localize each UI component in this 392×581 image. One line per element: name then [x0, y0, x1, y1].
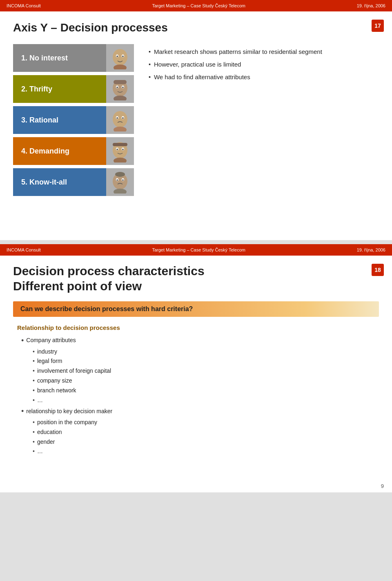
svg-point-12 [114, 96, 127, 100]
svg-point-17 [122, 117, 124, 119]
avatar-face-5 [109, 171, 131, 194]
slide2-title-line2: Different point of view [13, 279, 379, 293]
segment-label-3: 3. Rational [13, 106, 106, 134]
relationship-section: Relationship to decision processes Compa… [13, 324, 379, 456]
slide1-content: 17 Axis Y – Decision processes 1. No int… [0, 11, 392, 240]
avatar-face-2 [109, 78, 131, 100]
tree-l2-legal: legal form [21, 356, 379, 366]
header-left-1: INCOMA Consult [7, 3, 41, 8]
slide1-title: Axis Y – Decision processes [13, 21, 379, 34]
avatar-face-1 [109, 47, 131, 69]
svg-point-29 [117, 179, 118, 181]
tree-l2-education: education [21, 427, 379, 437]
header-center-2: Target Marketing – Case Study Český Tele… [41, 247, 357, 252]
segments-list: 1. No interest [13, 44, 136, 196]
bullet-item-1: Market research shows patterns similar t… [149, 47, 379, 56]
svg-point-16 [117, 117, 118, 119]
slide-number-1: 17 [372, 20, 384, 32]
avatar-face-3 [109, 109, 131, 131]
svg-point-10 [122, 87, 124, 88]
svg-point-30 [122, 179, 124, 181]
segment-label-2: 2. Thrifty [13, 75, 106, 103]
segment-label-4: 4. Demanding [13, 137, 106, 165]
svg-point-25 [114, 158, 127, 163]
svg-point-32 [114, 189, 127, 194]
segment-label-5: 5. Know-it-all [13, 168, 106, 196]
slide-2: INCOMA Consult Target Marketing – Case S… [0, 244, 392, 492]
svg-rect-11 [114, 80, 127, 84]
svg-point-13 [113, 111, 127, 127]
tree-list: Company attributes industry legal form i… [17, 334, 379, 456]
tree-l2-foreign: involvement of foreign capital [21, 366, 379, 376]
header-right-2: 19. října, 2006 [357, 247, 385, 252]
svg-point-3 [117, 56, 118, 57]
segment-avatar-4 [106, 137, 134, 165]
segment-avatar-5 [106, 168, 134, 196]
tree-l1-decision: relationship to key decision maker [21, 405, 379, 418]
bullet-item-3: We had to find alternative attributes [149, 73, 379, 81]
bullet-item-2: However, practical use is limited [149, 60, 379, 69]
bullets-list: Market research shows patterns similar t… [149, 47, 379, 81]
slide2-title-line1: Decision process characteristics [13, 264, 379, 278]
segment-item-5: 5. Know-it-all [13, 168, 136, 196]
tree-l1-company: Company attributes [21, 334, 379, 347]
svg-point-5 [114, 65, 127, 69]
avatar-face-4 [109, 140, 131, 163]
segment-item-2: 2. Thrifty [13, 75, 136, 103]
svg-point-4 [122, 56, 124, 57]
tree-l2-gender: gender [21, 437, 379, 447]
relationship-title: Relationship to decision processes [17, 324, 379, 331]
header-bar-2: INCOMA Consult Target Marketing – Case S… [0, 244, 392, 256]
header-center-1: Target Marketing – Case Study Český Tele… [41, 3, 357, 8]
tree-l2-industry: industry [21, 347, 379, 357]
tree-l2-etc1: … [21, 396, 379, 405]
segment-avatar-2 [106, 75, 134, 103]
svg-point-23 [122, 149, 124, 150]
segment-avatar-1 [106, 44, 134, 72]
bullet-points-1: Market research shows patterns similar t… [149, 44, 379, 196]
svg-point-0 [113, 49, 127, 65]
segment-avatar-3 [106, 106, 134, 134]
svg-point-22 [117, 149, 118, 150]
slide-1: INCOMA Consult Target Marketing – Case S… [0, 0, 392, 240]
tree-l2-etc2: … [21, 447, 379, 456]
header-bar-1: INCOMA Consult Target Marketing – Case S… [0, 0, 392, 11]
slide-number-2: 18 [372, 264, 384, 276]
segment-item-3: 3. Rational [13, 106, 136, 134]
tree-l2-branch: branch network [21, 386, 379, 396]
segment-item-1: 1. No interest [13, 44, 136, 72]
svg-point-9 [117, 87, 118, 88]
tree-l2-position: position in the company [21, 418, 379, 427]
segment-label-1: 1. No interest [13, 44, 106, 72]
svg-point-18 [114, 127, 127, 131]
tree-l2-size: company size [21, 376, 379, 386]
header-right-1: 19. října, 2006 [357, 3, 385, 8]
page-number: 9 [381, 483, 384, 489]
header-left-2: INCOMA Consult [7, 247, 41, 252]
slide1-body: 1. No interest [13, 44, 379, 196]
segment-item-4: 4. Demanding [13, 137, 136, 165]
slide2-content: 18 Decision process characteristics Diff… [0, 256, 392, 492]
svg-point-31 [115, 172, 125, 177]
orange-banner: Can we describe decision processes with … [13, 301, 379, 317]
svg-rect-24 [113, 143, 127, 146]
